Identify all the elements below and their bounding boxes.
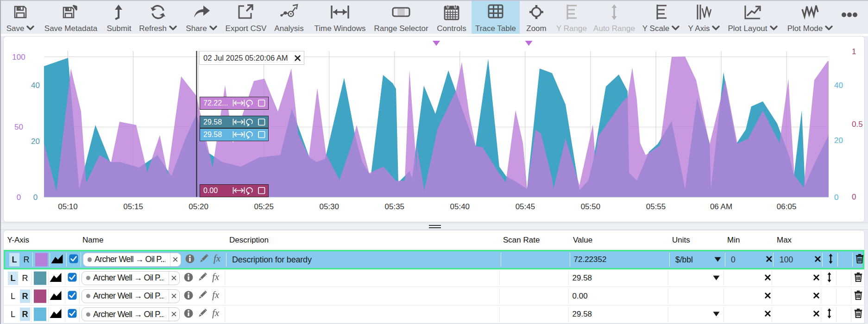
svg-text:05:15: 05:15 [123,202,143,211]
svg-text:fx: fx [212,308,220,318]
svg-text:05:40: 05:40 [450,202,470,211]
svg-text:05:50: 05:50 [581,202,601,211]
svg-text:0: 0 [852,193,856,201]
svg-text:40: 40 [834,81,843,90]
svg-text:fx: fx [214,254,221,264]
svg-text:0: 0 [834,193,838,202]
svg-text:40: 40 [31,81,40,90]
svg-text:05:10: 05:10 [58,202,78,211]
svg-text:05:45: 05:45 [516,202,535,211]
svg-text:0: 0 [17,193,21,202]
svg-text:0: 0 [33,193,38,202]
svg-text:100: 100 [12,53,25,62]
svg-text:fx: fx [212,272,220,282]
svg-text:1: 1 [852,47,856,56]
svg-text:05:55: 05:55 [646,202,666,211]
svg-text:20: 20 [31,137,40,146]
svg-text:06:05: 06:05 [777,202,797,211]
svg-text:0.5: 0.5 [852,120,863,129]
svg-text:05:25: 05:25 [254,202,274,211]
svg-text:06 AM: 06 AM [710,202,732,211]
svg-text:05:30: 05:30 [319,202,339,211]
svg-text:fx: fx [212,290,220,300]
svg-text:50: 50 [14,123,23,131]
svg-text:05:35: 05:35 [385,202,405,211]
svg-text:05:20: 05:20 [189,202,208,211]
svg-text:20: 20 [834,136,843,145]
